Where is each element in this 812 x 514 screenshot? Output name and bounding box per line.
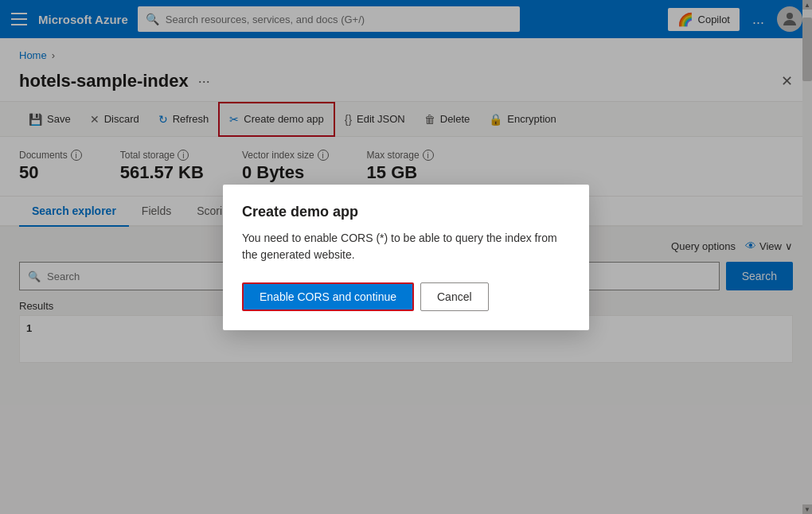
modal-dialog: Create demo app You need to enable CORS … bbox=[223, 185, 589, 330]
modal-title: Create demo app bbox=[242, 204, 570, 220]
modal-actions: Enable CORS and continue Cancel bbox=[242, 282, 570, 311]
modal-body: You need to enable CORS (*) to be able t… bbox=[242, 230, 570, 263]
cancel-button[interactable]: Cancel bbox=[420, 282, 489, 311]
modal-overlay: Create demo app You need to enable CORS … bbox=[0, 0, 812, 514]
enable-cors-button[interactable]: Enable CORS and continue bbox=[242, 282, 414, 311]
